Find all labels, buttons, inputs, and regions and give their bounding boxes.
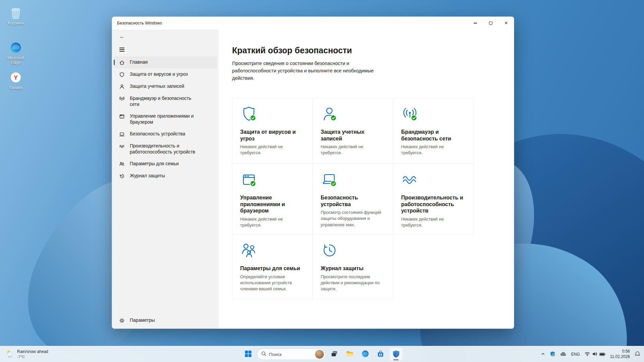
- start-button[interactable]: [241, 348, 255, 361]
- sidebar-item-home[interactable]: Главная: [114, 56, 217, 68]
- minimize-icon: [474, 23, 477, 23]
- task-view-icon: [330, 350, 338, 359]
- tile-device-security[interactable]: Безопасность устройства Просмотр состоян…: [313, 164, 393, 234]
- taskbar-tray: ENG 0:56 11.02.2026: [539, 348, 642, 361]
- security-shield-icon: [392, 350, 400, 359]
- home-icon: [119, 60, 125, 65]
- tile-app-browser-control[interactable]: Управление приложениями и браузером Ника…: [232, 164, 313, 234]
- back-button[interactable]: ←: [117, 32, 127, 41]
- tile-family-options[interactable]: Параметры для семьи Определяйте условия …: [232, 234, 313, 300]
- yandex-icon: Y: [9, 71, 22, 84]
- account-check-icon: [321, 105, 386, 124]
- minimize-button[interactable]: [468, 17, 483, 29]
- chevron-up-icon: [541, 352, 545, 357]
- sidebar-item-account-protection[interactable]: Защита учетных записей: [114, 80, 217, 93]
- wifi-icon: [585, 351, 590, 358]
- sidebar-item-settings[interactable]: Параметры: [114, 314, 217, 326]
- main-content: Краткий обзор безопасности Просмотрите с…: [219, 29, 514, 329]
- performance-waves-icon: [401, 171, 467, 190]
- family-group-icon: [240, 242, 306, 260]
- folder-icon: [345, 350, 354, 359]
- gear-icon: [119, 318, 125, 323]
- sidebar-item-device-performance[interactable]: Производительность и работоспособность у…: [114, 140, 217, 158]
- sidebar-item-family-options[interactable]: Параметры для семьи: [114, 158, 217, 170]
- weather-icon: [5, 349, 15, 360]
- close-icon: ×: [504, 20, 507, 26]
- desktop-icon-edge[interactable]: Microsoft Edge: [3, 41, 29, 65]
- tile-virus-threat-protection[interactable]: Защита от вирусов и угроз Никаких действ…: [232, 98, 313, 164]
- device-check-icon: [321, 171, 386, 190]
- desktop: Корзина Microsoft Edge Y Yandex Безопасн…: [0, 0, 644, 362]
- desktop-icon-yandex[interactable]: Y Yandex: [3, 71, 29, 90]
- maximize-icon: [489, 21, 492, 25]
- desktop-icon-label: Корзина: [8, 21, 24, 25]
- tile-protection-history[interactable]: Журнал защиты Просмотрите последние дейс…: [313, 234, 393, 300]
- recycle-bin-icon: [9, 6, 22, 19]
- history-clock-icon: [321, 242, 386, 260]
- sidebar-nav: Главная Защита от вирусов и угроз Защита…: [112, 56, 219, 182]
- menu-button[interactable]: [119, 45, 127, 54]
- notification-button[interactable]: [633, 349, 642, 360]
- security-status-icon: [550, 351, 555, 358]
- tile-account-protection[interactable]: Защита учетных записей Никаких действий …: [313, 98, 393, 164]
- tile-firewall-network[interactable]: Брандмауэр и безопасность сети Никаких д…: [393, 98, 474, 164]
- task-view-button[interactable]: [328, 348, 341, 361]
- taskbar-search[interactable]: Поиск: [257, 349, 326, 360]
- shield-icon: [119, 72, 125, 77]
- svg-text:Y: Y: [14, 74, 18, 81]
- taskbar: Rain/snow ahead -7°C Поиск: [0, 346, 644, 362]
- tray-expand-button[interactable]: [539, 349, 547, 360]
- device-icon: [119, 131, 125, 137]
- tray-time: 0:56: [622, 349, 630, 354]
- store-button[interactable]: [374, 348, 387, 361]
- performance-icon: [119, 143, 125, 149]
- firewall-check-icon: [401, 105, 467, 124]
- weather-title: Rain/snow ahead: [17, 349, 48, 354]
- search-icon: [261, 351, 267, 358]
- edge-button[interactable]: [359, 348, 372, 361]
- sidebar-item-device-security[interactable]: Безопасность устройства: [114, 128, 217, 140]
- security-tiles: Защита от вирусов и угроз Никаких действ…: [232, 98, 474, 300]
- search-highlight-avatar: [315, 350, 324, 359]
- weather-temp: -7°C: [17, 354, 48, 359]
- bell-icon: [635, 351, 640, 358]
- active-indicator: [114, 60, 115, 65]
- taskbar-center: Поиск: [241, 348, 403, 361]
- person-icon: [119, 84, 125, 89]
- language-code: ENG: [571, 352, 580, 357]
- close-button[interactable]: ×: [498, 17, 514, 29]
- window-title: Безопасность Windows: [112, 21, 468, 25]
- onedrive-cloud-icon: [560, 352, 567, 357]
- windows-security-window: Безопасность Windows × ← Главная: [112, 16, 514, 329]
- edge-icon: [9, 41, 22, 54]
- shield-check-icon: [240, 105, 306, 124]
- language-indicator[interactable]: ENG: [570, 349, 582, 360]
- maximize-button[interactable]: [483, 17, 498, 29]
- tray-onedrive-button[interactable]: [558, 349, 568, 360]
- sidebar: ← Главная Защита от вирусов: [112, 29, 219, 329]
- weather-widget[interactable]: Rain/snow ahead -7°C: [2, 348, 52, 361]
- search-placeholder: Поиск: [269, 352, 313, 357]
- history-icon: [119, 173, 125, 179]
- volume-icon: [592, 351, 597, 358]
- sidebar-item-virus-protection[interactable]: Защита от вирусов и угроз: [114, 68, 217, 80]
- network-icon: [119, 96, 125, 102]
- file-explorer-button[interactable]: [343, 348, 357, 361]
- tray-date: 11.02.2026: [610, 354, 630, 360]
- desktop-icon-label: Microsoft Edge: [3, 56, 29, 65]
- windows-logo-icon: [244, 350, 252, 359]
- window-titlebar[interactable]: Безопасность Windows ×: [112, 17, 514, 29]
- sidebar-item-app-browser-control[interactable]: Управление приложениями и браузером: [114, 110, 217, 128]
- apps-check-icon: [240, 171, 306, 190]
- clock-button[interactable]: 0:56 11.02.2026: [608, 349, 632, 360]
- battery-icon: [599, 352, 605, 357]
- sidebar-item-protection-history[interactable]: Журнал защиты: [114, 170, 217, 182]
- sidebar-item-firewall[interactable]: Брандмауэр и безопасность сети: [114, 93, 217, 110]
- desktop-icon-recycle-bin[interactable]: Корзина: [3, 6, 29, 25]
- page-title: Краткий обзор безопасности: [232, 46, 514, 55]
- tile-device-performance[interactable]: Производительность и работоспособность у…: [393, 164, 474, 234]
- tray-security-button[interactable]: [548, 349, 557, 360]
- windows-security-button[interactable]: [389, 348, 403, 361]
- network-volume-battery-button[interactable]: [583, 349, 607, 360]
- apps-icon: [119, 114, 125, 119]
